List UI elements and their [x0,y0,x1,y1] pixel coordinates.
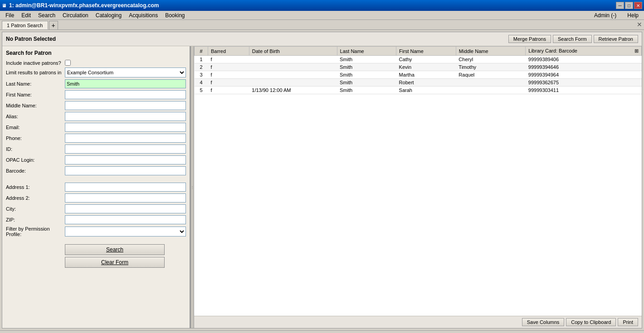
include-inactive-checkbox[interactable] [65,60,71,66]
table-row[interactable]: 2 f Smith Kevin Timothy 99999394646 [195,63,642,71]
retrieve-patron-button[interactable]: Retrieve Patron [594,35,638,43]
cell-dob [249,71,337,79]
tab-patron-search[interactable]: 1 Patron Search [2,21,48,29]
last-name-label: Last Name: [6,81,65,87]
tab-bar: 1 Patron Search + ✕ [0,20,644,30]
col-header-dob[interactable]: Date of Birth [249,47,337,56]
cell-middle: Timothy [456,63,525,71]
col-header-last[interactable]: Last Name [337,47,396,56]
results-table-container: # Barred Date of Birth Last Name First N… [194,46,642,316]
save-columns-button[interactable]: Save Columns [522,318,565,326]
first-name-input[interactable] [65,90,186,99]
cell-num: 3 [195,71,208,79]
menu-right: Admin (-) Help [590,12,642,19]
top-buttons: Merge Patrons Search Form Retrieve Patro… [508,35,638,43]
cell-last: Smith [337,79,396,87]
col-header-num: # [195,47,208,56]
include-inactive-row: Include inactive patrons? [6,60,186,66]
first-name-row: First Name: [6,90,186,99]
id-row: ID: [6,145,186,154]
cell-middle: Raquel [456,71,525,79]
cell-barcode: 99999389406 [526,56,642,63]
clear-form-button[interactable]: Clear Form [65,257,165,268]
menu-admin[interactable]: Admin (-) [590,12,620,19]
middle-name-input[interactable] [65,101,186,110]
opac-login-label: OPAC Login: [6,157,65,163]
cell-barcode: 99999394646 [526,63,642,71]
menu-file[interactable]: File [2,12,18,19]
opac-login-input[interactable] [65,155,186,164]
main-content: No Patron Selected Merge Patrons Search … [2,32,642,328]
minimize-button[interactable]: ─ [616,2,624,9]
id-label: ID: [6,146,65,152]
menu-booking[interactable]: Booking [161,12,188,19]
title-bar-title: 🖥 1: admin@BR1-winxpvmfx.phasefx.evergre… [2,2,159,9]
table-header-row: # Barred Date of Birth Last Name First N… [195,47,642,56]
cell-barcode: 99999303411 [526,87,642,94]
id-input[interactable] [65,145,186,154]
cell-middle [456,79,525,87]
menu-circulation[interactable]: Circulation [59,12,92,19]
cell-first: Robert [396,79,456,87]
email-row: Email: [6,123,186,132]
table-row[interactable]: 5 f 1/13/90 12:00 AM Smith Sarah 9999930… [195,87,642,94]
address2-row: Address 2: [6,193,186,203]
menu-acquisitions[interactable]: Acquisitions [125,12,161,19]
cell-barred: f [208,79,249,87]
table-row[interactable]: 3 f Smith Martha Raquel 99999394964 [195,71,642,79]
col-header-first[interactable]: First Name [396,47,456,56]
search-form-title: Search for Patron [6,50,186,56]
cell-dob: 1/13/90 12:00 AM [249,87,337,94]
filter-profile-select[interactable] [65,227,186,236]
menu-search[interactable]: Search [34,12,59,19]
address1-row: Address 1: [6,183,186,192]
menu-help[interactable]: Help [624,12,642,19]
copy-to-clipboard-button[interactable]: Copy to Clipboard [566,318,616,326]
cell-barred: f [208,56,249,63]
col-header-middle[interactable]: Middle Name [456,47,525,56]
barcode-input[interactable] [65,166,186,175]
merge-patrons-button[interactable]: Merge Patrons [508,35,551,43]
search-button[interactable]: Search [65,244,165,255]
email-label: Email: [6,125,65,130]
title-bar-controls[interactable]: ─ □ ✕ [616,2,642,9]
cell-barred: f [208,87,249,94]
email-input[interactable] [65,123,186,132]
print-button[interactable]: Print [618,318,638,326]
col-header-barred[interactable]: Barred [208,47,249,56]
cell-barred: f [208,71,249,79]
zip-input[interactable] [65,215,186,224]
phone-label: Phone: [6,135,65,141]
alias-input[interactable] [65,112,186,121]
search-form-button[interactable]: Search Form [553,35,592,43]
title-bar: 🖥 1: admin@BR1-winxpvmfx.phasefx.evergre… [0,0,644,11]
cell-dob [249,63,337,71]
app-icon: 🖥 [2,3,6,8]
menu-cataloging[interactable]: Cataloging [92,12,125,19]
last-name-input[interactable] [65,79,186,88]
col-header-barcode[interactable]: Library Card: Barcode ⊞ [526,47,642,56]
top-action-bar: No Patron Selected Merge Patrons Search … [2,32,642,46]
panel-divider[interactable]: ⋮ [190,46,194,328]
city-input[interactable] [65,204,186,213]
address1-input[interactable] [65,183,186,192]
menu-edit[interactable]: Edit [18,12,34,19]
phone-input[interactable] [65,134,186,143]
barcode-row: Barcode: [6,166,186,175]
limit-results-row: Limit results to patrons in Example Cons… [6,68,186,77]
phone-row: Phone: [6,134,186,143]
maximize-button[interactable]: □ [625,2,633,9]
patron-status-text: No Patron Selected [6,36,56,42]
cell-barcode: 99999362675 [526,79,642,87]
cell-last: Smith [337,87,396,94]
window-close-icon[interactable]: ✕ [637,21,642,28]
close-button[interactable]: ✕ [634,2,642,9]
limit-results-select[interactable]: Example Consortium [65,68,186,77]
table-row[interactable]: 4 f Smith Robert 99999362675 [195,79,642,87]
address2-input[interactable] [65,193,186,203]
table-row[interactable]: 1 f Smith Cathy Cheryl 99999389406 [195,56,642,63]
cell-barred: f [208,63,249,71]
zip-row: ZIP: [6,215,186,224]
tab-new-button[interactable]: + [49,21,58,29]
cell-middle [456,87,525,94]
